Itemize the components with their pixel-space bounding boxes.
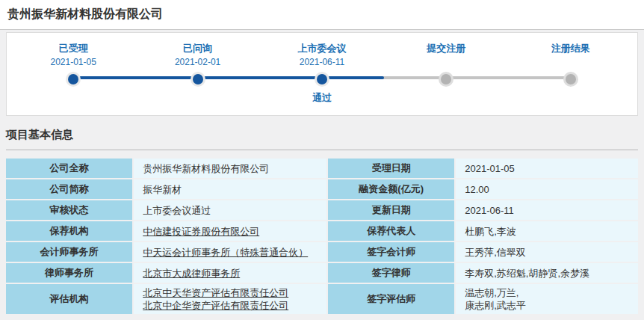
info-label: 评估机构	[6, 284, 132, 314]
timeline-stage-submit-registration: 提交注册	[384, 42, 508, 105]
stage-dot	[317, 74, 327, 84]
info-value: 2021-06-11	[456, 200, 638, 220]
stage-dot	[566, 74, 576, 84]
stage-dot	[193, 74, 203, 84]
info-label: 公司全称	[6, 159, 132, 178]
stage-date: 2021-01-05	[11, 57, 135, 69]
stage-label: 上市委会议	[260, 42, 384, 55]
page: 贵州振华新材料股份有限公司 已受理 2021-01-05 已问询 2021-02…	[0, 0, 644, 316]
table-row: 评估机构北京中天华资产评估有限责任公司北京中企华资产评估有限责任公司签字评估师温…	[6, 284, 638, 314]
info-label: 保荐代表人	[328, 221, 454, 241]
stage-date	[509, 57, 633, 69]
info-link[interactable]: 中天运会计师事务所（特殊普通合伙）	[143, 247, 308, 258]
timeline-stage-inquired: 已问询 2021-02-01	[135, 42, 259, 105]
stage-label: 已受理	[11, 42, 135, 55]
title-bar: 贵州振华新材料股份有限公司	[0, 0, 644, 30]
info-link[interactable]: 北京中企华资产评估有限责任公司	[143, 300, 288, 311]
info-value: 中天运会计师事务所（特殊普通合伙）	[134, 242, 326, 262]
info-value: 贵州振华新材料股份有限公司	[134, 159, 326, 178]
info-label: 融资金额(亿元)	[328, 179, 454, 199]
stage-note	[509, 91, 633, 103]
info-table: 公司全称贵州振华新材料股份有限公司受理日期2021-01-05公司简称振华新材融…	[4, 157, 640, 316]
info-value: 温志朝,万兰,康志刚,武志平	[456, 284, 638, 314]
stage-date: 2021-02-01	[135, 57, 259, 69]
info-label: 保荐机构	[6, 221, 132, 241]
stage-date: 2021-06-11	[260, 57, 384, 69]
info-link[interactable]: 中信建投证券股份有限公司	[143, 226, 259, 237]
info-value: 振华新材	[134, 179, 326, 199]
info-label: 律师事务所	[6, 263, 132, 283]
table-row: 审核状态上市委会议通过更新日期2021-06-11	[6, 200, 638, 220]
stage-dot	[68, 74, 78, 84]
table-row: 律师事务所北京市大成律师事务所签字律师李寿双,苏绍魁,胡静贤,余梦溪	[6, 263, 638, 283]
info-value: 王秀萍,信翠双	[456, 242, 638, 262]
stage-label: 注册结果	[509, 42, 633, 55]
stage-note	[384, 91, 508, 103]
info-label: 受理日期	[328, 159, 454, 178]
stage-dot	[441, 74, 451, 84]
table-row: 会计师事务所中天运会计师事务所（特殊普通合伙）签字会计师王秀萍,信翠双	[6, 242, 638, 262]
info-value: 12.00	[456, 179, 638, 199]
info-link[interactable]: 北京中天华资产评估有限责任公司	[143, 287, 288, 298]
info-value: 北京市大成律师事务所	[134, 263, 326, 283]
timeline-stage-committee-meeting: 上市委会议 2021-06-11 通过	[260, 42, 384, 105]
info-value: 上市委会议通过	[134, 200, 326, 220]
info-label: 签字会计师	[328, 242, 454, 262]
stage-label: 提交注册	[384, 42, 508, 55]
table-row: 公司全称贵州振华新材料股份有限公司受理日期2021-01-05	[6, 159, 638, 178]
timeline-stages: 已受理 2021-01-05 已问询 2021-02-01 上市委会议 2021…	[7, 33, 637, 105]
timeline-stage-accepted: 已受理 2021-01-05	[11, 42, 135, 105]
timeline-card: 已受理 2021-01-05 已问询 2021-02-01 上市委会议 2021…	[6, 32, 638, 116]
info-value: 中信建投证券股份有限公司	[134, 221, 326, 241]
info-label: 会计师事务所	[6, 242, 132, 262]
stage-date	[384, 57, 508, 69]
info-value: 杜鹏飞,李波	[456, 221, 638, 241]
info-label: 签字律师	[328, 263, 454, 283]
info-value: 2021-01-05	[456, 159, 638, 178]
stage-label: 已问询	[135, 42, 259, 55]
table-row: 保荐机构中信建投证券股份有限公司保荐代表人杜鹏飞,李波	[6, 221, 638, 241]
table-row: 公司简称振华新材融资金额(亿元)12.00	[6, 179, 638, 199]
section-title: 项目基本信息	[6, 128, 638, 142]
info-label: 公司简称	[6, 179, 132, 199]
info-value: 北京中天华资产评估有限责任公司北京中企华资产评估有限责任公司	[134, 284, 326, 314]
timeline-stage-registration-result: 注册结果	[509, 42, 633, 105]
stage-note-passed: 通过	[260, 91, 384, 105]
info-value: 李寿双,苏绍魁,胡静贤,余梦溪	[456, 263, 638, 283]
stage-note	[11, 91, 135, 103]
info-label: 审核状态	[6, 200, 132, 220]
info-label: 签字评估师	[328, 284, 454, 314]
stage-note	[135, 91, 259, 103]
section-heading: 项目基本信息	[6, 116, 638, 150]
info-label: 更新日期	[328, 200, 454, 220]
info-link[interactable]: 北京市大成律师事务所	[143, 268, 240, 279]
page-title: 贵州振华新材料股份有限公司	[7, 7, 163, 22]
